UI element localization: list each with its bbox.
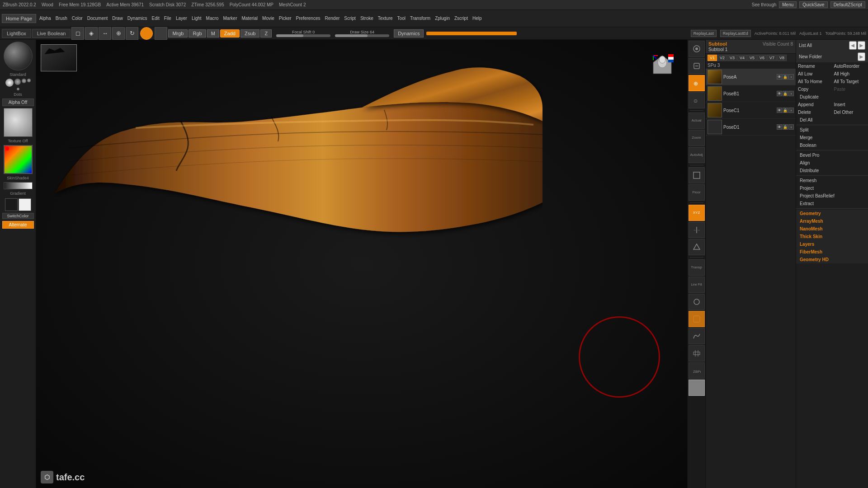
nav-btn-bpr[interactable]: [689, 380, 705, 396]
orientation-cube[interactable]: [651, 53, 674, 76]
brush-dot-1[interactable]: [5, 79, 14, 87]
ver-tab-v6[interactable]: V6: [757, 55, 767, 61]
copy-btn[interactable]: Copy: [796, 85, 832, 93]
menu-stroke[interactable]: Stroke: [359, 15, 375, 22]
ver-tab-v7[interactable]: V7: [767, 55, 777, 61]
replay-last-btn[interactable]: ReplayLast: [691, 30, 717, 37]
split-btn[interactable]: Split: [796, 126, 868, 134]
nav-btn-color[interactable]: [689, 311, 705, 327]
nav-btn-zoom[interactable]: ⊙: [689, 92, 705, 108]
new-folder-btn[interactable]: New Folder: [799, 53, 858, 60]
ver-tab-v1[interactable]: V1: [708, 55, 717, 61]
lock-icon-b1[interactable]: 🔒: [783, 91, 788, 96]
menu-zscript[interactable]: Zscript: [453, 15, 470, 22]
thumbnail-preview[interactable]: [41, 44, 77, 71]
nav-btn-frame[interactable]: [689, 167, 705, 183]
insert-btn[interactable]: Insert: [832, 101, 868, 108]
eye-icon-b1[interactable]: 👁: [777, 91, 782, 96]
menu-zplugin[interactable]: Zplugin: [433, 15, 452, 22]
menu-alpha[interactable]: Alpha: [38, 15, 53, 22]
alternate-btn[interactable]: Alternate: [2, 221, 34, 229]
nav-btn-actual[interactable]: Actual: [689, 113, 705, 129]
align-btn[interactable]: Align: [796, 159, 868, 167]
menu-movie[interactable]: Movie: [260, 15, 276, 22]
color-swatch-dark[interactable]: [5, 198, 18, 211]
zadd-btn[interactable]: Zadd: [220, 29, 240, 38]
nav-btn-zoom-label[interactable]: Zoom: [689, 130, 705, 146]
texture-preview[interactable]: [4, 108, 33, 137]
geometry-section[interactable]: Geometry: [796, 210, 868, 217]
boolean-btn[interactable]: Boolean: [796, 141, 868, 149]
lock-icon-c1[interactable]: 🔒: [783, 108, 788, 113]
list-arrow-left[interactable]: ◄: [849, 41, 857, 50]
auto-reorder-btn[interactable]: AutoReorder: [832, 62, 868, 70]
z-btn[interactable]: Z: [260, 29, 272, 38]
nano-mesh-section[interactable]: NanoMesh: [796, 225, 868, 233]
subtool-item-posec1[interactable]: PoseC1 👁 🔒 ›: [706, 102, 796, 119]
nav-btn-line-fill[interactable]: Line Fill: [689, 277, 705, 293]
del-other-btn[interactable]: Del Other: [832, 108, 868, 116]
nav-btn-persp[interactable]: [689, 239, 705, 255]
menu-tool[interactable]: Tool: [396, 15, 407, 22]
nav-btn-sym[interactable]: ←→: [689, 222, 705, 238]
thick-skin-section[interactable]: Thick Skin: [796, 233, 868, 240]
live-boolean-button[interactable]: Live Boolean: [32, 29, 71, 38]
menu-preferences[interactable]: Preferences: [294, 15, 322, 22]
menu-texture[interactable]: Texture: [376, 15, 395, 22]
scale-mode-btn[interactable]: ⊕: [112, 27, 125, 40]
fiber-mesh-section[interactable]: FiberMesh: [796, 248, 868, 256]
bevel-pro-btn[interactable]: Bevel Pro: [796, 151, 868, 159]
project-btn[interactable]: Project: [796, 184, 868, 192]
menu-dynamics[interactable]: Dynamics: [126, 15, 149, 22]
nav-btn-mask[interactable]: [689, 58, 705, 74]
all-to-home-btn[interactable]: All To Home: [796, 78, 832, 85]
menu-color[interactable]: Color: [70, 15, 85, 22]
menu-document[interactable]: Document: [85, 15, 110, 22]
nav-btn-sculpt[interactable]: [689, 41, 705, 57]
all-high-btn[interactable]: All High: [832, 70, 868, 78]
subtool-item-poseb1[interactable]: PoseB1 👁 🔒 ›: [706, 85, 796, 102]
nav-btn-autoadj[interactable]: AutoAdj: [689, 147, 705, 163]
subtool-item-posea[interactable]: PoseA 👁 🔒 ›: [706, 69, 796, 85]
draw-mode-btn[interactable]: ◻: [71, 27, 84, 40]
del-all-btn[interactable]: Del All: [796, 116, 868, 124]
menu-material[interactable]: Material: [240, 15, 260, 22]
brush-dot-3[interactable]: [22, 79, 26, 83]
replay-last-edit-btn[interactable]: ReplayLastEd: [720, 30, 751, 37]
color-picker[interactable]: [4, 145, 33, 174]
gradient-strip[interactable]: [4, 182, 33, 189]
menu-draw[interactable]: Draw: [110, 15, 124, 22]
nav-btn-move[interactable]: ⊕: [689, 75, 705, 91]
quicksave-button[interactable]: QuickSave: [799, 1, 827, 8]
eye-icon[interactable]: 👁: [777, 74, 782, 80]
nav-btn-zbpr[interactable]: ZBPr: [689, 362, 705, 379]
color-swatch-light[interactable]: [19, 198, 31, 211]
canvas-area[interactable]: ⬡ tafe.cc: [36, 40, 687, 488]
chevron-icon-d1[interactable]: ›: [788, 124, 794, 130]
menu-help[interactable]: Help: [471, 15, 484, 22]
brush-dot-4[interactable]: [27, 79, 31, 82]
brush-circle[interactable]: [140, 27, 153, 40]
distribute-btn[interactable]: Distribute: [796, 167, 868, 174]
brush-dot-5[interactable]: [17, 88, 19, 90]
menu-transform[interactable]: Transform: [408, 15, 432, 22]
mrgb-btn[interactable]: Mrgb: [168, 29, 188, 38]
alpha-off-btn[interactable]: Alpha Off: [2, 99, 34, 106]
draw-size-slider[interactable]: [335, 34, 389, 37]
remesh-btn[interactable]: Remesh: [796, 177, 868, 184]
folder-arrow-right[interactable]: ►: [858, 52, 865, 61]
duplicate-btn[interactable]: Duplicate: [796, 93, 868, 101]
defaultzscript-button[interactable]: DefaultZScript: [830, 1, 865, 8]
lock-icon[interactable]: 🔒: [783, 74, 788, 80]
rotate-mode-btn[interactable]: ↻: [126, 27, 138, 40]
menu-picker[interactable]: Picker: [277, 15, 293, 22]
array-mesh-section[interactable]: ArrayMesh: [796, 217, 868, 225]
menu-layer[interactable]: Layer: [174, 15, 189, 22]
menu-file[interactable]: File: [162, 15, 173, 22]
chevron-icon-b1[interactable]: ›: [788, 91, 794, 96]
rename-btn[interactable]: Rename: [796, 62, 832, 70]
ver-tab-v8[interactable]: V8: [777, 55, 787, 61]
move-mode-btn[interactable]: ↔: [99, 27, 111, 40]
nav-btn-xyz[interactable]: XYZ: [689, 205, 705, 221]
ver-tab-v4[interactable]: V4: [737, 55, 747, 61]
